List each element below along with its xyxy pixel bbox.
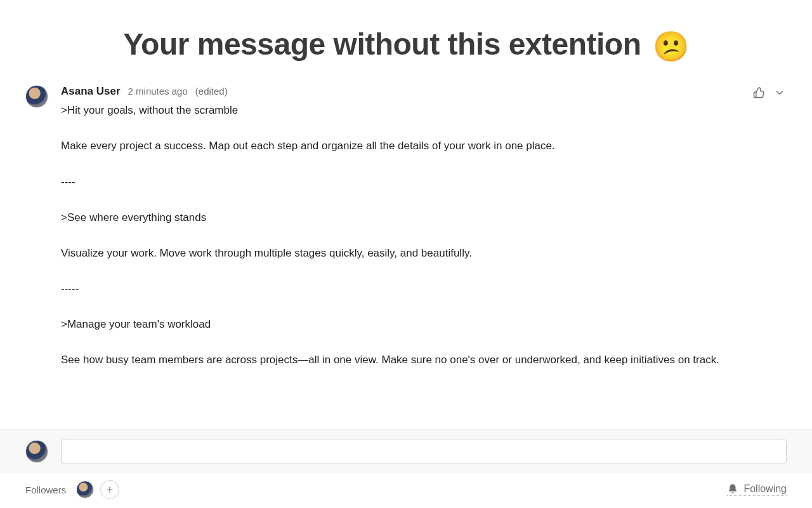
plus-icon: [105, 485, 114, 494]
following-label: Following: [743, 483, 787, 495]
comment-menu-button[interactable]: [773, 86, 787, 100]
comment-row: Asana User 2 minutes ago (edited) >Hit y…: [0, 85, 812, 429]
page-header: Your message without this extention 😕: [0, 0, 812, 75]
confused-emoji: 😕: [653, 30, 689, 63]
compose-area: [0, 429, 812, 472]
followers-label: Followers: [25, 485, 66, 495]
like-button[interactable]: [751, 85, 766, 100]
avatar[interactable]: [25, 85, 48, 108]
add-follower-button[interactable]: [100, 480, 119, 499]
comment-author: Asana User: [61, 85, 121, 98]
chevron-down-icon: [774, 87, 785, 98]
follower-avatar[interactable]: [76, 481, 94, 498]
comment-timestamp: 2 minutes ago: [128, 86, 188, 97]
following-toggle[interactable]: Following: [727, 483, 787, 496]
page-title: Your message without this extention: [123, 27, 641, 61]
bell-icon: [727, 483, 738, 495]
comment-input[interactable]: [61, 439, 787, 464]
follower-chips: [76, 480, 119, 499]
thumbs-up-icon: [752, 86, 765, 99]
avatar[interactable]: [25, 440, 48, 463]
comment-header: Asana User 2 minutes ago (edited): [61, 85, 738, 98]
comment-body-text: >Hit your goals, without the scramble Ma…: [61, 102, 738, 369]
comment-edited-label: (edited): [195, 86, 228, 97]
footer-bar: Followers Following: [0, 472, 812, 508]
